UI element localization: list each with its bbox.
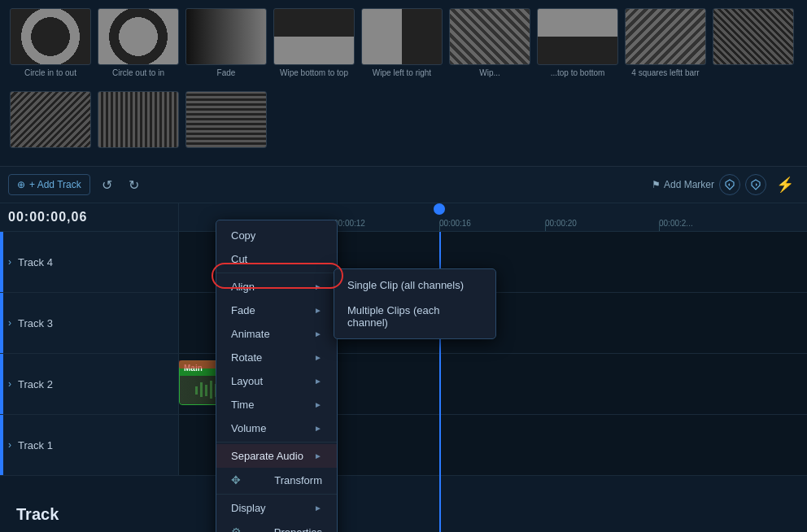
- context-menu-properties-label: Properties: [274, 526, 322, 533]
- bottom-track-label: Track: [16, 505, 59, 524]
- context-menu-separate-audio[interactable]: Separate Audio ►: [216, 444, 337, 468]
- transition-wipe-right[interactable]: Wip...: [449, 8, 530, 77]
- timecode: 00:00:00,06: [0, 203, 179, 232]
- transition-label: Fade: [217, 68, 236, 77]
- transition-thumb-img: [185, 8, 267, 65]
- arrow-icon: ►: [314, 353, 322, 362]
- transition-pattern2[interactable]: [10, 91, 91, 151]
- arrow-icon: ►: [314, 377, 322, 386]
- ruler-tick: [659, 225, 660, 231]
- add-track-button[interactable]: ⊕ + Add Track: [8, 174, 90, 195]
- track-expand-button-2[interactable]: ›: [8, 378, 11, 390]
- transition-pattern3[interactable]: [98, 91, 179, 151]
- submenu-single-clip[interactable]: Single Clip (all channels): [334, 273, 495, 298]
- track-header-3: › Track 3: [0, 293, 179, 353]
- context-menu-display-label: Display: [231, 502, 266, 514]
- context-menu-sep2: [216, 442, 337, 443]
- context-menu-separate-audio-label: Separate Audio: [231, 450, 303, 462]
- transition-circle-out-in[interactable]: Circle out to in: [98, 8, 179, 77]
- transition-fade[interactable]: Fade: [185, 8, 267, 77]
- transition-label: Circle out to in: [112, 68, 164, 77]
- context-menu-properties[interactable]: ⚙ Properties: [216, 520, 337, 532]
- redo-button[interactable]: ↻: [124, 174, 144, 196]
- arrow-icon: ►: [314, 504, 322, 512]
- transition-thumb-img: [185, 91, 267, 148]
- gear-icon: ⚙: [231, 525, 242, 532]
- track-row-1: › Track 1: [0, 415, 807, 476]
- add-marker-button[interactable]: ⚑ Add Marker: [652, 179, 714, 190]
- transition-4squares[interactable]: 4 squares leftt barr: [625, 8, 706, 77]
- svg-rect-1: [200, 382, 203, 397]
- transition-wipe-bottom-top[interactable]: Wipe bottom to top: [273, 8, 355, 77]
- separate-audio-submenu: Single Clip (all channels) Multiple Clip…: [334, 268, 496, 339]
- ruler-tick: [439, 225, 440, 231]
- arrow-icon: ►: [314, 306, 322, 315]
- context-menu-copy[interactable]: Copy: [216, 224, 337, 247]
- transition-label: Wipe bottom to top: [280, 68, 348, 77]
- track-color-bar: [0, 293, 3, 353]
- context-menu-rotate[interactable]: Rotate ►: [216, 346, 337, 369]
- split-button[interactable]: ⚡: [771, 172, 799, 197]
- transition-thumb-img: [361, 8, 443, 65]
- track-name-4: Track 4: [18, 256, 53, 268]
- transition-thumb-img: [98, 8, 179, 65]
- ruler-mark-1: 00:00:12: [334, 219, 365, 228]
- track-expand-button-1[interactable]: ›: [8, 439, 11, 451]
- context-menu: Copy Cut Align ► Fade ► Animate ► Rotate…: [216, 220, 338, 532]
- context-menu-fade[interactable]: Fade ►: [216, 299, 337, 322]
- context-menu-display[interactable]: Display ►: [216, 496, 337, 520]
- context-menu-time[interactable]: Time ►: [216, 393, 337, 416]
- track-expand-button-4[interactable]: ›: [8, 256, 11, 268]
- context-menu-animate[interactable]: Animate ►: [216, 322, 337, 346]
- context-menu-sep1: [216, 273, 337, 273]
- transition-label: Wipe left to right: [373, 68, 431, 77]
- arrow-icon: ►: [314, 282, 322, 291]
- arrow-icon: ►: [314, 400, 322, 409]
- transition-label: Wip...: [479, 68, 500, 77]
- track-header-2: › Track 2: [0, 354, 179, 414]
- context-menu-volume[interactable]: Volume ►: [216, 416, 337, 440]
- context-menu-volume-label: Volume: [231, 422, 266, 434]
- track-expand-button-3[interactable]: ›: [8, 317, 11, 329]
- transition-wipe-left-right[interactable]: Wipe left to right: [361, 8, 443, 77]
- add-marker-label: Add Marker: [664, 179, 714, 190]
- submenu-multiple-clips[interactable]: Multiple Clips (each channel): [334, 298, 495, 335]
- track-header-4: › Track 4: [0, 232, 179, 292]
- track-color-bar: [0, 415, 3, 475]
- context-menu-copy-label: Copy: [231, 229, 255, 242]
- context-menu-cut[interactable]: Cut: [216, 247, 337, 271]
- timecode-value: 00:00:00,06: [8, 210, 87, 225]
- transition-thumb-img: [625, 8, 706, 65]
- transition-thumb-img: [713, 8, 794, 65]
- ruler-mark-4: 00:00:2...: [659, 219, 693, 228]
- transition-pattern4[interactable]: [185, 91, 267, 151]
- transition-pattern1[interactable]: [713, 8, 794, 68]
- ruler-tick: [545, 225, 546, 231]
- track-name-1: Track 1: [18, 439, 53, 451]
- transition-top-bottom[interactable]: ...top to bottom: [537, 8, 618, 77]
- shield-next-button[interactable]: [745, 174, 766, 195]
- transition-label: ...top to bottom: [551, 68, 605, 77]
- plus-icon: ⊕: [17, 179, 25, 190]
- transition-thumb-img: [273, 8, 355, 65]
- transition-thumb-img: [98, 91, 179, 148]
- playhead-dot: [434, 203, 445, 215]
- transition-thumb-img: [10, 8, 91, 65]
- toolbar-right: ⚑ Add Marker ⚡: [652, 172, 799, 197]
- track-color-bar: [0, 232, 3, 292]
- context-menu-align-label: Align: [231, 281, 255, 293]
- undo-button[interactable]: ↺: [97, 174, 117, 196]
- context-menu-transform[interactable]: ✥ Transform: [216, 468, 337, 492]
- transition-circle-in-out[interactable]: Circle in to out: [10, 8, 91, 77]
- arrow-icon: ►: [314, 451, 322, 460]
- shield-prev-button[interactable]: [719, 174, 740, 195]
- track-color-bar: [0, 354, 3, 414]
- add-track-label: + Add Track: [29, 179, 81, 190]
- context-menu-layout[interactable]: Layout ►: [216, 369, 337, 393]
- context-menu-transform-label: Transform: [274, 474, 322, 486]
- ruler-mark-2: 00:00:16: [439, 219, 471, 228]
- context-menu-align[interactable]: Align ►: [216, 275, 337, 299]
- context-menu-fade-label: Fade: [231, 304, 255, 316]
- transition-thumb-img: [10, 91, 91, 148]
- context-menu-time-label: Time: [231, 399, 254, 411]
